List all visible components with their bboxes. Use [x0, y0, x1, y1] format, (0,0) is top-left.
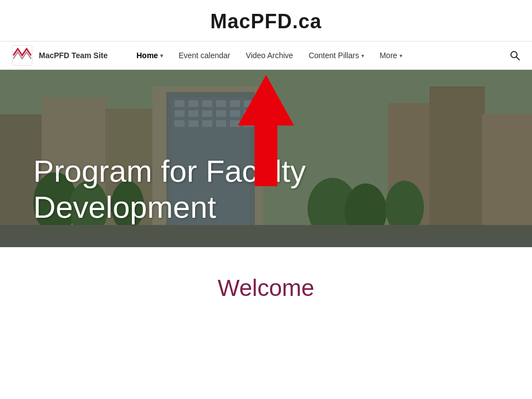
navbar-logo[interactable]: MacPFD Team Site: [11, 44, 108, 66]
nav-item-more[interactable]: More ▾: [373, 48, 409, 63]
nav-more-chevron-icon: ▾: [400, 53, 402, 59]
navbar-brand-label: MacPFD Team Site: [39, 51, 108, 60]
red-arrow-annotation: [233, 75, 299, 186]
site-title-bar: MacPFD.ca: [0, 0, 532, 41]
nav-item-content-pillars[interactable]: Content Pillars ▾: [302, 48, 371, 63]
nav-home-label: Home: [136, 51, 158, 60]
nav-home-chevron-icon: ▾: [160, 53, 163, 59]
nav-item-home[interactable]: Home ▾: [130, 48, 170, 63]
nav-item-video-archive[interactable]: Video Archive: [239, 48, 300, 63]
nav-pillars-chevron-icon: ▾: [361, 53, 364, 59]
search-button[interactable]: [509, 49, 521, 62]
search-icon: [509, 50, 520, 61]
site-logo-icon: [11, 44, 33, 66]
svg-marker-40: [238, 75, 294, 186]
nav-pillars-label: Content Pillars: [309, 51, 359, 60]
hero-line2: Development: [33, 190, 306, 225]
nav-video-label: Video Archive: [246, 51, 293, 60]
welcome-section: Welcome: [0, 247, 532, 318]
nav-item-event-calendar[interactable]: Event calendar: [172, 48, 237, 63]
site-title: MacPFD.ca: [210, 10, 321, 33]
navbar: MacPFD Team Site Home ▾ Event calendar V…: [0, 41, 532, 70]
welcome-heading: Welcome: [0, 275, 532, 301]
navbar-links: Home ▾ Event calendar Video Archive Cont…: [130, 48, 509, 63]
nav-more-label: More: [380, 51, 397, 60]
hero-banner: Program for Faculty Development: [0, 70, 532, 247]
svg-line-3: [516, 57, 520, 60]
nav-event-label: Event calendar: [178, 51, 230, 60]
